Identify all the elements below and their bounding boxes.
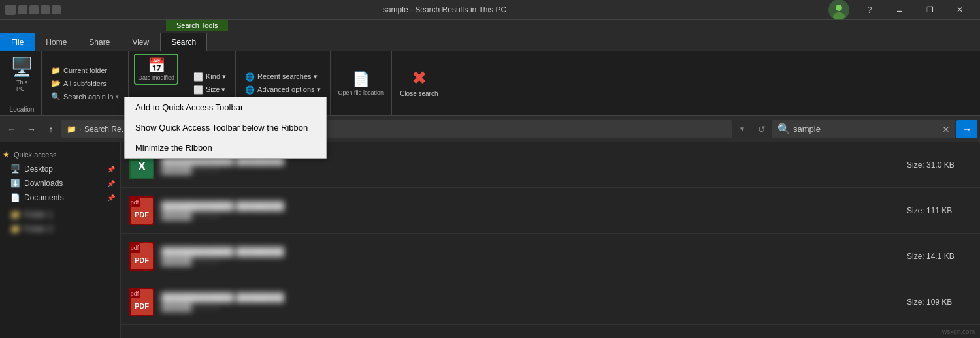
ribbon-group-location: 🖥️ ThisPC Location (3, 51, 42, 115)
address-dropdown-btn[interactable]: ▼ (733, 120, 751, 138)
watermark: wsxgn.com (942, 328, 975, 335)
sidebar-item-extra1: 📁 Folder 1 (5, 207, 120, 222)
all-subfolders-btn[interactable]: 📂 All subfolders (47, 78, 123, 89)
title-bar-left (5, 5, 61, 15)
sidebar-item-desktop[interactable]: 🖥️ Desktop 📌 (5, 162, 120, 176)
app-icon (5, 5, 16, 15)
tab-share[interactable]: Share (78, 33, 121, 51)
this-pc-btn[interactable]: 🖥️ ThisPC (10, 56, 33, 92)
back-button[interactable]: ← (3, 120, 21, 138)
svg-text:X: X (138, 160, 146, 173)
tab-file[interactable]: File (0, 33, 35, 51)
open-file-location-icon: 📄 (352, 71, 370, 88)
documents-icon: 📄 (10, 193, 20, 202)
file-path-3: ██████ ───── (161, 258, 900, 266)
search-box: 🔍 ✕ (772, 120, 955, 138)
kind-btn[interactable]: ⬜ Kind ▾ (189, 71, 230, 83)
sidebar-sub-items: 🖥️ Desktop 📌 ⬇️ Downloads 📌 📄 Documents … (0, 162, 120, 205)
pdf-icon-1: PDF pdf (129, 195, 155, 226)
main-content: ★ Quick access 🖥️ Desktop 📌 ⬇️ Downloads… (0, 142, 980, 338)
file-name-3: ████████████ ████████ (161, 247, 900, 256)
sidebar-quick-access-header: ★ Quick access (0, 147, 120, 162)
file-list: X xl ████████████ ████████ ██████ ───── … (121, 142, 980, 338)
folder-icon: 📁 (51, 66, 61, 75)
tab-view[interactable]: View (121, 33, 160, 51)
file-size-1: Size: 31.0 KB (907, 161, 972, 170)
size-icon: ⬜ (193, 85, 203, 95)
search-go-btn[interactable]: → (956, 120, 977, 138)
profile-icon (828, 0, 849, 20)
open-file-location-label[interactable]: Open file location (338, 89, 384, 96)
location-group-label: Location (10, 104, 35, 113)
qa-btn-2[interactable] (29, 5, 39, 14)
size-btn[interactable]: ⬜ Size ▾ (189, 84, 230, 96)
pin-icon-downloads: 📌 (107, 180, 115, 187)
help-button[interactable]: ? (855, 0, 885, 20)
sidebar-item-documents[interactable]: 📄 Documents 📌 (5, 191, 120, 205)
ribbon-group-open-location: 📄 Open file location (331, 51, 393, 115)
date-modified-label: Date modified (138, 74, 174, 81)
file-info-3: ████████████ ████████ ██████ ───── (161, 247, 900, 266)
folder-icon-extra2: 📁 (10, 224, 20, 234)
current-folder-btn[interactable]: 📁 Current folder (47, 65, 123, 76)
search-box-icon: 🔍 (777, 123, 791, 135)
minimize-button[interactable]: 🗕 (885, 0, 915, 20)
folder-icon-extra1: 📁 (10, 210, 20, 219)
recent-searches-btn[interactable]: 🌐 Recent searches ▾ (241, 71, 325, 83)
address-bar-separator: › (79, 125, 82, 134)
svg-text:PDF: PDF (135, 256, 149, 264)
close-button[interactable]: ✕ (945, 0, 975, 20)
up-button[interactable]: ↑ (42, 120, 60, 138)
tab-search[interactable]: Search (160, 33, 207, 51)
pin-icon-documents: 📌 (107, 194, 115, 202)
svg-text:pdf: pdf (131, 199, 139, 206)
search-clear-btn[interactable]: ✕ (942, 124, 950, 134)
context-menu-item-2[interactable]: Show Quick Access Toolbar below the Ribb… (125, 117, 326, 138)
address-bar-path: Search Re... (84, 125, 128, 134)
table-row[interactable]: PDF pdf ████████████ ████████ ██████ ───… (121, 188, 980, 234)
file-size-3: Size: 14.1 KB (907, 252, 972, 261)
sidebar-item-downloads[interactable]: ⬇️ Downloads 📌 (5, 176, 120, 191)
file-size-2: Size: 111 KB (907, 206, 972, 215)
pdf-icon-2: PDF pdf (129, 241, 155, 272)
file-path-4: ██████ ───── (161, 303, 900, 311)
context-menu-item-3[interactable]: Minimize the Ribbon (125, 138, 326, 158)
ribbon-tab-row: Search Tools File Home Share View Search (0, 20, 980, 51)
file-name-2: ████████████ ████████ (161, 201, 900, 211)
qa-dropdown[interactable] (52, 5, 61, 14)
svg-text:pdf: pdf (131, 290, 139, 297)
kind-icon: ⬜ (193, 72, 203, 82)
forward-button[interactable]: → (22, 120, 41, 138)
file-size-4: Size: 109 KB (907, 298, 972, 307)
search-again-btn[interactable]: 🔍 Search again in ▾ (47, 91, 123, 102)
context-menu-item-1[interactable]: Add to Quick Access Toolbar (125, 97, 326, 117)
svg-text:PDF: PDF (135, 302, 149, 310)
date-modified-btn[interactable]: 📅 Date modified (134, 54, 178, 85)
file-path-1: ██████ ───── (161, 166, 900, 174)
pdf-icon-3: PDF pdf (129, 286, 155, 318)
search-input[interactable] (793, 124, 939, 134)
ribbon-location-options: 📁 Current folder 📂 All subfolders 🔍 Sear… (42, 51, 129, 115)
qa-btn-1[interactable] (18, 5, 27, 14)
title-bar: sample - Search Results in This PC ? 🗕 ❐… (0, 0, 980, 20)
qa-btn-3[interactable] (41, 5, 50, 14)
tab-home[interactable]: Home (35, 33, 78, 51)
advanced-options-btn[interactable]: 🌐 Advanced options ▾ (241, 84, 325, 96)
sidebar: ★ Quick access 🖥️ Desktop 📌 ⬇️ Downloads… (0, 142, 121, 338)
refresh-button[interactable]: ↺ (753, 120, 771, 138)
pin-icon-desktop: 📌 (107, 166, 115, 173)
file-name-4: ████████████ ████████ (161, 292, 900, 302)
table-row[interactable]: PDF pdf ████████████ ████████ ██████ ───… (121, 234, 980, 279)
table-row[interactable]: PDF pdf ████████████ ████████ ██████ ───… (121, 279, 980, 325)
close-search-icon: ✖ (412, 69, 427, 87)
subfolders-icon: 📂 (51, 79, 61, 88)
search-again-icon: 🔍 (51, 92, 61, 101)
file-path-2: ██████ ───── (161, 212, 900, 220)
file-info-2: ████████████ ████████ ██████ ───── (161, 201, 900, 220)
recent-icon: 🌐 (245, 72, 255, 82)
restore-button[interactable]: ❐ (915, 0, 945, 20)
close-search-btn[interactable]: ✖ Close search (392, 51, 446, 115)
ribbon: 🖥️ ThisPC Location 📁 Current folder 📂 Al… (0, 51, 980, 116)
advanced-icon: 🌐 (245, 85, 255, 95)
context-menu: Add to Quick Access Toolbar Show Quick A… (124, 97, 327, 159)
